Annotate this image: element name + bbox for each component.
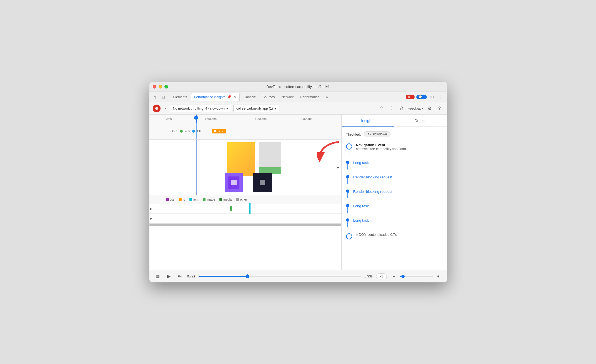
inspect-icon[interactable]: □ xyxy=(160,93,167,101)
event-long-task-2: Long task xyxy=(346,204,442,213)
gear-icon[interactable]: ⚙ xyxy=(426,105,434,112)
insights-body: Throttled: 4× slowdown xyxy=(342,127,447,270)
filmstrip-scrubber xyxy=(196,123,197,139)
lt1-link[interactable]: Long task xyxy=(353,161,369,165)
message-badge[interactable]: 💬 1 xyxy=(416,95,427,99)
delete-icon[interactable]: 🗑 xyxy=(397,105,405,112)
tab-close-icon[interactable]: ✕ xyxy=(233,95,237,99)
insights-panel: Insights Details Throttled: 4× slowdown xyxy=(341,115,447,270)
cursor-icon[interactable]: ⇪ xyxy=(152,93,159,101)
tab-sources[interactable]: Sources xyxy=(260,93,277,101)
rb2-content: Render blocking request xyxy=(353,189,442,198)
record-dropdown-arrow[interactable]: ▾ xyxy=(163,106,168,111)
connector-1 xyxy=(349,150,349,155)
legend-row: css js font image xyxy=(149,195,341,204)
titlebar: DevTools - coffee-cart.netlify.app/?ad=1 xyxy=(149,82,447,92)
media-dot xyxy=(219,198,222,201)
ruler-0ms: 0ms xyxy=(166,115,172,123)
zoom-out-icon[interactable]: − xyxy=(390,272,398,280)
lt3-dot xyxy=(346,218,349,222)
tab-performance[interactable]: Performance xyxy=(297,93,322,101)
time-end-label: 5.93s xyxy=(364,274,372,278)
rb2-link[interactable]: Render blocking request xyxy=(353,189,392,194)
lt3-content: Long task xyxy=(353,218,442,227)
more-tabs-button[interactable]: » xyxy=(324,94,330,100)
connector-4 xyxy=(347,193,348,198)
resource-bar-green xyxy=(230,206,232,211)
scrollbar-thumb[interactable] xyxy=(149,224,341,226)
tab-performance-insights[interactable]: Performance insights 📌 ✕ xyxy=(191,93,240,101)
lt3-link[interactable]: Long task xyxy=(353,218,369,223)
collapse-icon-1[interactable]: ▶ xyxy=(150,207,152,211)
rb1-link[interactable]: Render blocking request xyxy=(353,175,392,179)
connector-3 xyxy=(347,178,348,184)
nav-content: Navigation Event https://coffee-cart.net… xyxy=(356,143,442,155)
other-dot xyxy=(236,198,239,201)
legend-font: font xyxy=(189,198,198,201)
scrubber-handle[interactable] xyxy=(194,116,198,120)
slider-filled xyxy=(199,276,247,277)
event-render-block-2: Render blocking request xyxy=(346,189,442,198)
fcp-dot xyxy=(180,130,183,133)
tab-bar: ⇪ □ Elements Performance insights 📌 ✕ Co… xyxy=(149,92,447,102)
tab-icons: ⇪ □ xyxy=(152,93,167,101)
skip-to-start-icon[interactable]: ⇤ xyxy=(176,272,184,280)
tab-details[interactable]: Details xyxy=(394,115,447,127)
tab-console[interactable]: Console xyxy=(241,93,259,101)
expand-track-icon[interactable]: ► xyxy=(336,165,340,170)
speed-badge[interactable]: x1 xyxy=(376,273,387,279)
export-icon[interactable]: ⇧ xyxy=(377,105,385,112)
screenshot-toggle-icon[interactable]: ▦ xyxy=(154,272,162,280)
screenshot-2 xyxy=(253,173,272,192)
timeline-slider[interactable] xyxy=(199,276,361,277)
zoom-slider-bar[interactable] xyxy=(400,276,433,277)
tti-dot xyxy=(192,130,195,133)
event-indicator-lt2 xyxy=(346,204,349,213)
maximize-button[interactable] xyxy=(164,85,168,89)
tab-network[interactable]: Network xyxy=(279,93,296,101)
bottom-toolbar: ▦ ▶ ⇤ 0.72s 5.93s x1 − + xyxy=(149,270,447,282)
timeline-scrollbar[interactable] xyxy=(149,223,341,226)
collapse-icon-2[interactable]: ▶ xyxy=(150,217,152,220)
more-options-icon[interactable]: ⋮ xyxy=(437,93,445,101)
dashed-line xyxy=(230,140,230,195)
record-button[interactable] xyxy=(153,105,161,112)
play-icon[interactable]: ▶ xyxy=(165,272,173,280)
nav-url: https://coffee-cart.netlify.app/?ad=1 xyxy=(356,147,442,151)
throttled-label: Throttled: xyxy=(346,132,361,136)
zoom-in-icon[interactable]: + xyxy=(435,272,442,280)
visual-scrubber xyxy=(196,140,197,195)
event-indicator-lt3 xyxy=(346,218,349,227)
insights-tabs: Insights Details xyxy=(342,115,447,127)
lt2-link[interactable]: Long task xyxy=(353,204,369,208)
slider-thumb[interactable] xyxy=(246,274,249,278)
tab-insights[interactable]: Insights xyxy=(342,115,394,127)
zoom-slider-thumb[interactable] xyxy=(401,275,405,278)
fcp-label: FCP xyxy=(184,130,191,133)
help-icon[interactable]: ? xyxy=(436,105,444,112)
throttle-badge[interactable]: 4× slowdown xyxy=(364,131,390,137)
slider-track[interactable] xyxy=(199,276,361,277)
connector-6 xyxy=(347,222,348,227)
network-throttle-dropdown[interactable]: No network throttling, 4× slowdown ▾ xyxy=(170,105,231,112)
url-select-dropdown[interactable]: coffee-cart.netlify.app (1) ▾ xyxy=(233,105,279,112)
tab-elements[interactable]: Elements xyxy=(171,93,190,101)
error-badge[interactable]: ✕ 1 xyxy=(406,95,415,99)
image-dot xyxy=(203,198,206,201)
lcp-orange-block xyxy=(227,142,255,176)
feedback-link[interactable]: Feedback xyxy=(407,106,423,110)
screenshot-1 xyxy=(225,173,243,192)
tti-label: TTI xyxy=(197,130,201,133)
ruler-1600ms: 1,600ms xyxy=(205,115,217,123)
dom-dot-outer xyxy=(346,233,352,239)
settings-icon[interactable]: ⚙ xyxy=(429,93,436,101)
event-dom-content: ○ DOM content loaded 0.7s xyxy=(346,233,442,239)
legend-css: css xyxy=(166,198,175,201)
lt2-content: Long task xyxy=(353,203,442,213)
cyan-bar xyxy=(249,203,251,214)
import-icon[interactable]: ⇩ xyxy=(387,105,395,112)
filmstrip-row: ○ DCL FCP TTI LCP xyxy=(149,123,341,140)
white-block xyxy=(149,140,197,195)
close-button[interactable] xyxy=(153,85,156,89)
minimize-button[interactable] xyxy=(159,85,162,89)
